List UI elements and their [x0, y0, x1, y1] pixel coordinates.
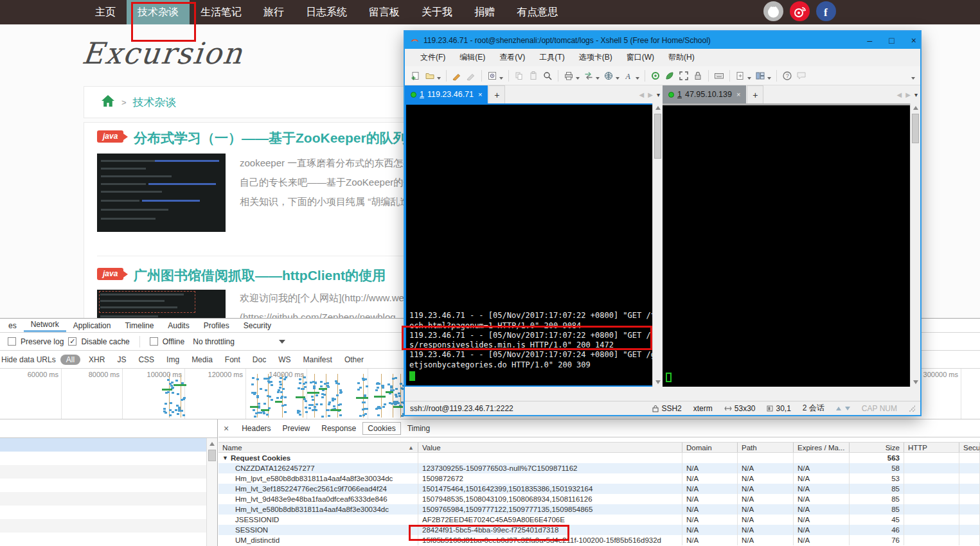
cookie-row-Hm_lpvt_e580b8db831811a4aaf4a8f3e30034dc[interactable]: Hm_lpvt_e580b8db831811a4aaf4a8f3e30034dc… — [218, 473, 980, 484]
tab-close-icon[interactable]: × — [736, 91, 740, 98]
request-row[interactable] — [0, 452, 207, 465]
request-row[interactable] — [0, 533, 207, 546]
post-tag-badge[interactable]: java — [97, 130, 123, 143]
layout-icon[interactable] — [754, 69, 767, 82]
detail-tab-headers[interactable]: Headers — [236, 422, 276, 435]
column-header-name[interactable]: Name ▲ — [218, 443, 418, 452]
devtools-tab-es[interactable]: es — [1, 319, 24, 332]
maximize-button[interactable]: □ — [889, 35, 894, 46]
compose-icon[interactable] — [649, 69, 662, 82]
terminal-scrollbar[interactable] — [910, 103, 920, 387]
filter-chip-xhr[interactable]: XHR — [85, 355, 109, 365]
filter-chip-manifest[interactable]: Manifest — [299, 355, 336, 365]
devtools-tab-application[interactable]: Application — [66, 319, 118, 332]
xshell-titlebar[interactable]: 119.23.46.71 - root@shenzhenali:/opt/tom… — [405, 31, 920, 49]
cookie-row-JSESSIONID[interactable]: JSESSIONIDAF2B72EED4E7024C45A59A80E6E470… — [218, 515, 980, 525]
filter-chip-img[interactable]: Img — [163, 355, 183, 365]
throttling-select[interactable]: No throttling — [193, 337, 235, 346]
request-list-scrollbar[interactable] — [206, 438, 217, 546]
offline-checkbox[interactable] — [150, 337, 158, 346]
filter-chip-js[interactable]: JS — [113, 355, 130, 365]
menu-工具(T)[interactable]: 工具(T) — [533, 52, 571, 63]
new-tab-icon[interactable] — [734, 69, 747, 82]
trace-icon[interactable] — [663, 69, 676, 82]
copy-icon[interactable] — [513, 69, 526, 82]
column-header-secure[interactable]: Secure — [959, 443, 980, 452]
nav-item-日志系统[interactable]: 日志系统 — [295, 0, 358, 24]
keyboard-icon[interactable] — [713, 69, 726, 82]
request-row-selected[interactable] — [0, 438, 207, 452]
terminal-scrollbar[interactable] — [652, 103, 663, 387]
fullscreen-icon[interactable] — [677, 69, 690, 82]
column-header-http[interactable]: HTTP — [904, 443, 959, 452]
filter-chip-css[interactable]: CSS — [134, 355, 158, 365]
preserve-log-checkbox[interactable] — [8, 337, 16, 346]
home-icon[interactable] — [101, 94, 115, 110]
menu-编辑(E)[interactable]: 编辑(E) — [453, 52, 492, 63]
terminal-right[interactable] — [663, 103, 920, 387]
transfer-icon[interactable] — [582, 69, 595, 82]
session-tab[interactable]: 1 119.23.46.71 × — [405, 85, 488, 103]
cookie-row-Hm_lvt_9d483e9e48ba1faa0dfceaf6333de846[interactable]: Hm_lvt_9d483e9e48ba1faa0dfceaf6333de8461… — [218, 494, 980, 504]
minimize-button[interactable]: – — [868, 35, 873, 46]
scroll-up-icon[interactable] — [209, 442, 215, 446]
filter-chip-all[interactable]: All — [60, 355, 80, 365]
cookie-row-CNZZDATA1262457277[interactable]: CNZZDATA12624572771237309255-1509776503-… — [218, 463, 980, 473]
hide-data-urls-label[interactable]: Hide data URLs — [1, 355, 56, 364]
facebook-icon[interactable]: f — [816, 1, 836, 21]
cookie-row-Hm_lvt_3ef185224776ec2561c9f7066ead4f24[interactable]: Hm_lvt_3ef185224776ec2561c9f7066ead4f241… — [218, 484, 980, 494]
breadcrumb-section[interactable]: 技术杂谈 — [133, 95, 177, 110]
column-header-expiresma[interactable]: Expires / Ma... — [794, 443, 850, 452]
tab-close-icon[interactable]: × — [478, 91, 482, 98]
devtools-tab-timeline[interactable]: Timeline — [118, 319, 161, 332]
request-row[interactable] — [0, 506, 207, 519]
cookie-row-Hm_lvt_e580b8db831811a4aaf4a8f3e30034dc[interactable]: Hm_lvt_e580b8db831811a4aaf4a8f3e30034dc1… — [218, 504, 980, 515]
nav-item-有点意思[interactable]: 有点意思 — [506, 0, 569, 24]
nav-item-旅行[interactable]: 旅行 — [253, 0, 295, 24]
nav-item-留言板[interactable]: 留言板 — [358, 0, 411, 24]
post-title[interactable]: 分布式学习（一）——基于ZooKeeper的队列 — [134, 129, 407, 147]
connect-icon[interactable] — [450, 69, 463, 82]
open-sessions-icon[interactable] — [423, 69, 436, 82]
lock-screen-icon[interactable] — [691, 69, 704, 82]
post-title[interactable]: 广州图书馆借阅抓取——httpClient的使用 — [134, 267, 386, 285]
print-icon[interactable] — [562, 69, 575, 82]
devtools-tab-profiles[interactable]: Profiles — [197, 319, 236, 332]
disconnect-icon[interactable] — [465, 69, 477, 82]
request-row[interactable] — [0, 492, 207, 506]
new-tab-button[interactable]: + — [488, 85, 505, 103]
cookie-group-row[interactable]: ▼Request Cookies563 — [218, 453, 980, 463]
session-properties-icon[interactable] — [486, 69, 499, 82]
open-sessions-icon-caret[interactable] — [437, 77, 441, 80]
resize-grip[interactable] — [909, 405, 915, 412]
paste-icon[interactable] — [527, 69, 540, 82]
cookie-row-UM_distinctid[interactable]: UM_distinctid15f85b5160d81ba-0eeb0d97c32… — [218, 535, 980, 545]
menu-查看(V)[interactable]: 查看(V) — [493, 52, 531, 63]
filter-chip-doc[interactable]: Doc — [249, 355, 270, 365]
column-header-domain[interactable]: Domain — [682, 443, 738, 452]
throttling-caret-icon[interactable] — [279, 340, 285, 344]
find-icon[interactable] — [541, 69, 554, 82]
nav-item-捐赠[interactable]: 捐赠 — [463, 0, 506, 24]
column-header-path[interactable]: Path — [738, 443, 794, 452]
new-tab-button[interactable]: + — [747, 85, 763, 103]
filter-chip-media[interactable]: Media — [188, 355, 217, 365]
detail-tab-preview[interactable]: Preview — [278, 422, 316, 435]
web-icon-caret[interactable] — [616, 77, 619, 80]
request-row[interactable] — [0, 479, 207, 492]
close-detail-icon[interactable]: × — [224, 423, 229, 434]
request-row[interactable] — [0, 465, 207, 479]
menu-选项卡(B)[interactable]: 选项卡(B) — [573, 52, 619, 63]
detail-tab-response[interactable]: Response — [316, 422, 361, 435]
nav-item-生活笔记[interactable]: 生活笔记 — [190, 0, 253, 24]
close-button[interactable]: × — [911, 35, 916, 46]
menu-帮助(H)[interactable]: 帮助(H) — [662, 52, 701, 63]
new-tab-icon-caret[interactable] — [747, 77, 751, 80]
help-icon[interactable]: ? — [781, 69, 794, 82]
column-header-value[interactable]: Value — [418, 443, 682, 452]
font-icon[interactable]: A — [622, 69, 635, 82]
feedback-icon[interactable] — [795, 69, 808, 82]
devtools-tab-audits[interactable]: Audits — [161, 319, 196, 332]
request-list[interactable] — [0, 419, 218, 546]
github-icon[interactable] — [763, 1, 783, 21]
